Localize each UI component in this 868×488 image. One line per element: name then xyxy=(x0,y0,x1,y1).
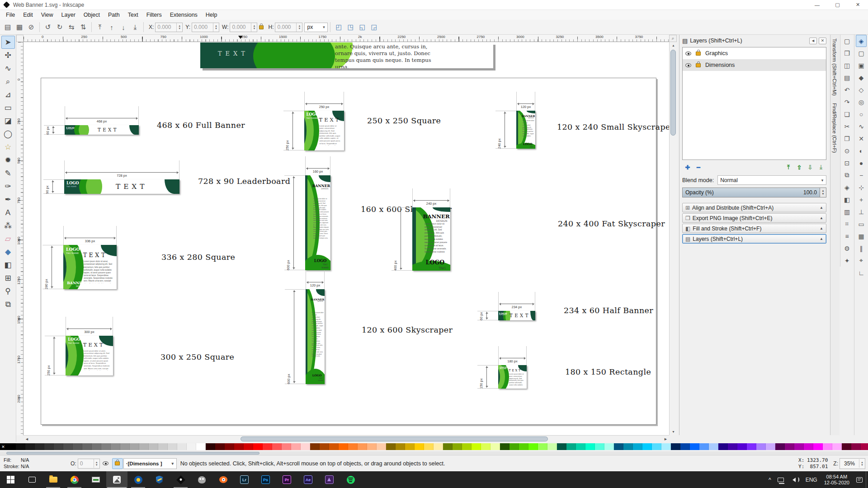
add-layer-button[interactable]: ✚ xyxy=(682,163,693,172)
network-icon[interactable] xyxy=(774,478,787,482)
palette-swatch[interactable] xyxy=(453,443,462,450)
menu-edit[interactable]: Edit xyxy=(19,10,37,19)
task-view-taskbar-button[interactable] xyxy=(21,471,42,488)
palette-swatch[interactable] xyxy=(263,443,272,450)
palette-swatch[interactable] xyxy=(225,443,234,450)
layer-to-bottom-button[interactable]: ⤓ xyxy=(816,163,826,172)
snap-path-intersections-icon[interactable]: ✕ xyxy=(856,132,867,145)
layer-row-dimensions[interactable]: Dimensions xyxy=(683,59,826,71)
affect-corners-icon[interactable]: ◲ xyxy=(368,21,380,33)
palette-swatch[interactable] xyxy=(377,443,386,450)
flip-horizontal-icon[interactable]: ⇆ xyxy=(66,21,77,33)
palette-swatch[interactable] xyxy=(272,443,282,450)
banner-fat-skyscraper[interactable]: BANNERDESIGNLorem ipsum dolor sit amet, … xyxy=(412,207,450,271)
save-document-icon[interactable]: ◫ xyxy=(842,59,853,71)
snap-others-icon[interactable]: ⌖ xyxy=(856,254,867,267)
snap-midpoints-icon[interactable]: ∟ xyxy=(856,267,867,279)
palette-swatch[interactable] xyxy=(491,443,500,450)
dock-tab-find/replace[interactable]: Find/Replace (Ctrl+F) xyxy=(830,99,839,156)
layer-raise-button[interactable]: ⇧ xyxy=(794,163,805,172)
palette-swatch[interactable] xyxy=(63,443,73,450)
current-layer-dropdown[interactable]: ·[Dimensions ]▾ xyxy=(123,458,177,469)
palette-swatch[interactable] xyxy=(405,443,415,450)
scroll-right-arrow[interactable]: ▶ xyxy=(662,436,669,442)
palette-swatch[interactable] xyxy=(196,443,206,450)
opacity-slider[interactable]: Opacity (%) 100.0 xyxy=(682,188,820,197)
palette-swatch[interactable] xyxy=(728,443,737,450)
undo-icon[interactable]: ↶ xyxy=(842,84,853,96)
menu-help[interactable]: Help xyxy=(202,10,222,19)
palette-swatch[interactable] xyxy=(794,443,804,450)
banner-label-leaderboard[interactable]: 728 x 90 Leaderboard xyxy=(198,177,290,186)
palette-swatch[interactable] xyxy=(633,443,642,450)
photoshop-taskbar-button[interactable]: Ps xyxy=(255,471,276,488)
export-png-bar[interactable]: ❐Export PNG Image (Shift+Ctrl+E)▲ xyxy=(682,213,826,223)
palette-swatch[interactable] xyxy=(604,443,614,450)
palette-swatch[interactable] xyxy=(481,443,491,450)
palette-swatch[interactable] xyxy=(73,443,82,450)
banner-label-skyscraper-120[interactable]: 120 x 600 Skyscraper xyxy=(362,325,453,334)
copy-icon[interactable]: ❏ xyxy=(842,108,853,120)
palette-swatch[interactable] xyxy=(623,443,633,450)
layers-bar[interactable]: ▤Layers (Shift+Ctrl+L)▲ xyxy=(682,234,826,244)
fill-value[interactable]: N/A xyxy=(21,457,48,464)
palette-swatch[interactable] xyxy=(120,443,130,450)
palette-swatch[interactable] xyxy=(747,443,756,450)
duplicate-icon[interactable]: ⧉ xyxy=(842,169,853,181)
palette-swatch[interactable] xyxy=(576,443,585,450)
rectangle-tool[interactable]: ▭ xyxy=(1,101,15,114)
palette-scroll-thumb[interactable] xyxy=(6,452,259,455)
palette-swatch[interactable] xyxy=(35,443,44,450)
horizontal-scrollbar[interactable]: ◀ ▶ xyxy=(24,435,669,442)
bucket-fill-tool[interactable]: ◆ xyxy=(1,245,15,258)
palette-swatch[interactable] xyxy=(434,443,443,450)
measure-tool[interactable]: ⊿ xyxy=(1,88,15,101)
palette-swatch[interactable] xyxy=(443,443,453,450)
y-field[interactable]: 0.000▲▼ xyxy=(192,23,219,32)
star-tool[interactable]: ☆ xyxy=(1,141,15,154)
file-explorer-taskbar-button[interactable] xyxy=(42,471,64,488)
banner-full-banner[interactable]: LOGOTAG NAMETEXT xyxy=(65,125,139,135)
volume-icon[interactable] xyxy=(787,477,802,482)
palette-swatch[interactable] xyxy=(54,443,63,450)
layers-dialog-icon[interactable]: ▥ xyxy=(842,206,853,218)
units-dropdown[interactable]: px▾ xyxy=(304,23,328,32)
banner-label-rectangle-180[interactable]: 180 x 150 Rectangle xyxy=(565,367,651,376)
tweak-tool[interactable]: ∿ xyxy=(1,62,15,75)
banner-rectangle-180[interactable]: LOGOTAG NAMETEXTLorem ipsum dolor sit am… xyxy=(498,365,527,389)
palette-swatch[interactable] xyxy=(82,443,92,450)
fill-stroke-bar[interactable]: ◧Fill and Stroke (Shift+Ctrl+F)▲ xyxy=(682,224,826,233)
snap-nodes-icon[interactable]: ○ xyxy=(856,108,867,120)
inkscape-taskbar-button[interactable] xyxy=(170,471,191,488)
palette-swatch[interactable] xyxy=(158,443,168,450)
selector-tool[interactable]: ➤ xyxy=(1,36,15,49)
palette-swatch[interactable] xyxy=(737,443,747,450)
palette-swatch[interactable] xyxy=(329,443,339,450)
dock-close-button[interactable]: ✕ xyxy=(819,38,826,44)
layer-lock-button[interactable] xyxy=(112,458,123,469)
eraser-tool[interactable]: ▱ xyxy=(1,232,15,245)
layer-locked-icon[interactable] xyxy=(696,63,701,67)
banner-label-half-banner[interactable]: 234 x 60 Half Banner xyxy=(564,306,653,315)
palette-swatch[interactable] xyxy=(472,443,481,450)
palette-swatch[interactable] xyxy=(244,443,253,450)
layer-lower-button[interactable]: ⇩ xyxy=(805,163,816,172)
palette-swatch[interactable] xyxy=(861,443,868,450)
photos-taskbar-button[interactable] xyxy=(106,471,127,488)
pencil-tool[interactable]: ✎ xyxy=(1,167,15,180)
palette-swatch[interactable] xyxy=(130,443,139,450)
menu-path[interactable]: Path xyxy=(104,10,124,19)
palette-swatch[interactable] xyxy=(642,443,652,450)
palette-swatch[interactable] xyxy=(680,443,690,450)
blend-mode-dropdown[interactable]: Normal▾ xyxy=(717,175,826,185)
mesh-tool[interactable]: ⊞ xyxy=(1,272,15,285)
align-dialog-icon[interactable]: ≡ xyxy=(842,230,853,242)
menu-view[interactable]: View xyxy=(37,10,57,19)
maximize-button[interactable]: ▢ xyxy=(827,0,848,10)
system-monitor-taskbar-button[interactable] xyxy=(85,471,106,488)
palette-swatch[interactable] xyxy=(253,443,263,450)
palette-swatch[interactable] xyxy=(823,443,832,450)
banner-square-336[interactable]: LOGOTAG NAMETEXTLorem ipsum dolor sit am… xyxy=(63,245,117,289)
palette-swatch[interactable] xyxy=(804,443,813,450)
layer-visible-icon[interactable] xyxy=(685,52,691,56)
